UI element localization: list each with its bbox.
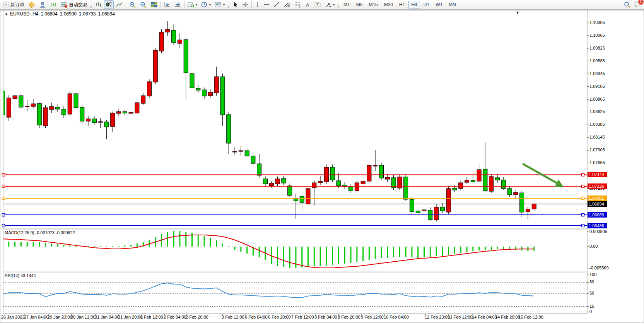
zoom-in-icon	[129, 2, 136, 8]
mql-market-button[interactable]	[27, 0, 37, 9]
broadcast-button[interactable]	[48, 0, 58, 9]
bar-chart-button[interactable]	[94, 0, 103, 9]
svg-text:T: T	[316, 2, 319, 7]
vertical-line-button[interactable]	[253, 0, 261, 9]
new-order-icon	[3, 2, 9, 8]
chart-shift-icon	[174, 2, 181, 8]
timeframe-mn[interactable]: MN	[446, 1, 459, 9]
dropdown-caret-icon: ▾	[196, 3, 197, 7]
fibonacci-icon: F	[294, 2, 301, 8]
crosshair-button[interactable]	[241, 0, 250, 9]
chart-window[interactable]	[0, 10, 644, 322]
timeframe-w1[interactable]: W1	[433, 1, 445, 9]
clock-icon	[201, 2, 208, 8]
indicators-button[interactable]: ▾	[186, 0, 199, 9]
bar-chart-icon	[95, 2, 102, 8]
tile-windows-button[interactable]	[149, 0, 159, 9]
vertical-line-icon	[255, 2, 260, 8]
main-toolbar: 新订单 自动交易 ▾ ▾	[0, 0, 644, 10]
equidistant-channel-button[interactable]: E	[282, 0, 292, 9]
svg-text:F: F	[299, 5, 301, 8]
arrows-button[interactable]: ▾	[324, 0, 336, 9]
arrow-objects-icon	[325, 2, 331, 8]
timeframe-group: M1M5M15M30H1H4D1W1MN	[340, 1, 459, 9]
zoom-out-button[interactable]	[138, 0, 149, 9]
notification-badge: 1	[638, 0, 644, 5]
autotrading-label: 自动交易	[69, 2, 87, 8]
broadcast-icon	[50, 1, 57, 8]
ohlc-open: 1.06804	[41, 11, 57, 17]
cursor-button[interactable]	[231, 0, 240, 9]
macd-values: -0.001073 -0.000622	[35, 230, 75, 235]
ohlc-high: 1.06900	[60, 11, 77, 17]
line-chart-button[interactable]	[114, 0, 124, 9]
timeframe-h4[interactable]: H4	[408, 1, 420, 9]
search-icon[interactable]	[624, 2, 630, 8]
trendline-button[interactable]	[272, 0, 281, 9]
rsi-value: 43.1444	[20, 273, 36, 278]
autotrading-button[interactable]: 自动交易	[59, 0, 89, 9]
horizontal-line-icon	[263, 2, 270, 8]
chart-dropdown-icon[interactable]: ▼	[5, 12, 8, 16]
line-chart-icon	[116, 2, 123, 8]
notifications-button[interactable]: 1	[634, 1, 641, 9]
dropdown-caret-icon: ▾	[223, 3, 225, 7]
zoom-in-button[interactable]	[128, 0, 138, 9]
scroll-to-end-icon[interactable]: ▼	[516, 10, 519, 15]
auto-scroll-button[interactable]	[162, 0, 172, 9]
add-indicator-icon	[188, 2, 194, 8]
new-order-label: 新订单	[10, 2, 24, 8]
trendline-icon	[273, 2, 280, 8]
svg-text:E: E	[288, 5, 290, 8]
channel-icon: E	[284, 2, 290, 8]
gold-diamond-icon	[28, 1, 35, 8]
new-order-button[interactable]: 新订单	[2, 0, 26, 9]
dropdown-caret-icon: ▾	[209, 3, 211, 7]
toolbar-drag-handle[interactable]	[338, 2, 339, 8]
timeframe-m30[interactable]: M30	[381, 1, 396, 9]
chart-shift-button[interactable]	[173, 0, 183, 9]
text-label-button[interactable]: T	[313, 0, 323, 9]
timeframe-d1[interactable]: D1	[421, 1, 432, 9]
autotrading-icon	[61, 2, 68, 8]
toolbar-separator	[184, 1, 184, 8]
timeframe-h1[interactable]: H1	[396, 1, 408, 9]
toolbar-right-group: 1	[624, 1, 641, 9]
templates-button[interactable]: ▾	[213, 0, 226, 9]
candlestick-chart-button[interactable]	[104, 0, 114, 9]
svg-text:A: A	[306, 2, 309, 8]
crosshair-icon	[242, 2, 248, 8]
timeframe-m15[interactable]: M15	[366, 1, 380, 9]
horizontal-line-button[interactable]	[262, 0, 271, 9]
dropdown-caret-icon: ▾	[333, 3, 335, 7]
toolbar-separator	[161, 1, 161, 8]
toolbar-drag-handle[interactable]	[91, 2, 92, 8]
ohlc-close: 1.06894	[98, 11, 114, 17]
chart-title: ▼EURUSD-,H41.068041.069001.067931.06894	[5, 11, 117, 17]
fibonacci-button[interactable]: F	[293, 0, 303, 9]
rsi-label: RSI(14) 43.1444	[5, 273, 36, 278]
person-icon	[39, 1, 46, 8]
toolbar-separator	[126, 1, 126, 8]
text-label-icon: T	[314, 2, 321, 8]
tile-windows-icon	[151, 2, 157, 8]
timeframe-m1[interactable]: M1	[341, 1, 353, 9]
toolbar-separator	[251, 1, 252, 8]
macd-label: MACD(12,26,9) -0.001073 -0.000622	[5, 230, 75, 235]
cursor-icon	[232, 2, 238, 8]
symbol-period: EURUSD-,H4	[10, 11, 38, 17]
text-button[interactable]: A	[304, 0, 312, 9]
community-profile-button[interactable]	[38, 0, 48, 9]
timeframe-m5[interactable]: M5	[354, 1, 366, 9]
ohlc-low: 1.06793	[79, 11, 96, 17]
toolbar-drag-handle[interactable]	[228, 2, 229, 8]
auto-scroll-icon	[164, 2, 171, 8]
zoom-out-icon	[140, 2, 147, 8]
text-icon: A	[305, 2, 311, 8]
template-icon	[215, 2, 222, 8]
periods-button[interactable]: ▾	[200, 0, 212, 9]
candlestick-chart-icon	[106, 2, 112, 8]
